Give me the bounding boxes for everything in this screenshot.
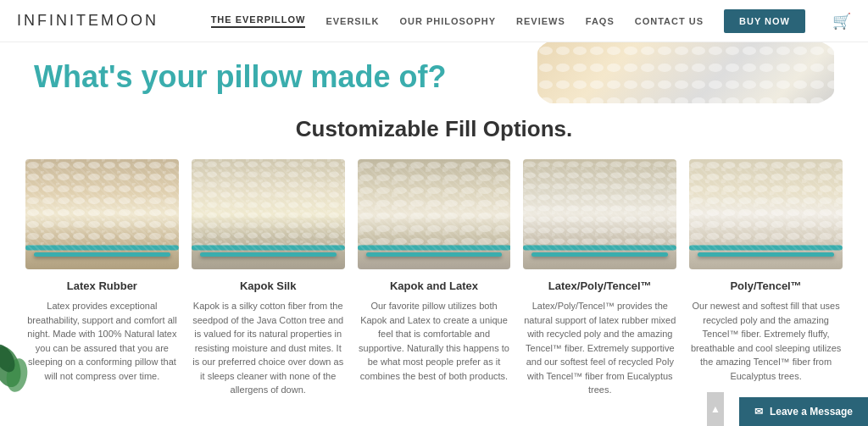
logo: INFINITEMOON bbox=[17, 12, 159, 30]
svg-rect-21 bbox=[689, 245, 843, 250]
nav-faqs[interactable]: FAQS bbox=[586, 16, 615, 26]
nav-eversilk[interactable]: EVERSILK bbox=[326, 16, 379, 26]
fill-title-latex-poly-tencel: Latex/Poly/Tencel™ bbox=[548, 279, 652, 292]
fill-desc-latex-poly-tencel: Latex/Poly/Tencel™ provides the natural … bbox=[523, 299, 676, 397]
plant-svg bbox=[0, 324, 34, 392]
fill-title-latex: Latex Rubber bbox=[67, 279, 137, 292]
svg-rect-13 bbox=[358, 245, 511, 250]
hero-title: What's your pillow made of? bbox=[34, 59, 834, 95]
subtitle-section: Customizable Fill Options. bbox=[0, 103, 868, 159]
fill-image-latex bbox=[25, 159, 179, 269]
nav-contact[interactable]: CONTACT US bbox=[635, 16, 704, 26]
nav-philosophy[interactable]: OUR PHILOSOPHY bbox=[399, 16, 496, 26]
kapok-latex-texture bbox=[358, 159, 511, 269]
fill-desc-kapok-silk: Kapok is a silky cotton fiber from the s… bbox=[192, 299, 345, 397]
fill-item-latex-poly-tencel: Latex/Poly/Tencel™ Latex/Poly/Tencel™ pr… bbox=[523, 159, 676, 397]
nav-everpillow[interactable]: THE EVERPILLOW bbox=[211, 14, 306, 28]
scroll-up-arrow[interactable]: ▲ bbox=[707, 392, 724, 423]
svg-rect-4 bbox=[25, 159, 179, 247]
svg-rect-17 bbox=[523, 245, 676, 250]
buy-now-button[interactable]: BUY NOW bbox=[724, 9, 805, 33]
fill-title-kapok-silk: Kapok Silk bbox=[240, 279, 296, 292]
fill-desc-latex: Latex provides exceptional breathability… bbox=[25, 299, 179, 383]
svg-rect-8 bbox=[192, 159, 345, 247]
fill-image-kapok bbox=[192, 159, 345, 269]
svg-rect-16 bbox=[523, 159, 676, 247]
chat-button[interactable]: ✉ Leave a Message bbox=[739, 397, 868, 423]
plant-decoration bbox=[0, 324, 34, 392]
header: INFINITEMOON THE EVERPILLOW EVERSILK OUR… bbox=[0, 0, 868, 42]
fill-image-poly-tencel bbox=[523, 159, 676, 269]
fill-item-poly-tencel: Poly/Tencel™ Our newest and softest fill… bbox=[689, 159, 843, 397]
svg-rect-9 bbox=[192, 245, 345, 250]
poly-tencel2-texture bbox=[689, 159, 843, 269]
cart-icon[interactable]: 🛒 bbox=[832, 12, 851, 30]
fill-desc-kapok-latex: Our favorite pillow utilizes both Kapok … bbox=[358, 299, 511, 383]
kapok-texture bbox=[192, 159, 345, 269]
subtitle: Customizable Fill Options. bbox=[0, 116, 868, 142]
chat-icon: ✉ bbox=[754, 406, 763, 418]
fill-title-kapok-latex: Kapok and Latex bbox=[390, 279, 478, 292]
hero-section: What's your pillow made of? bbox=[0, 42, 868, 103]
fill-item-kapok-silk: Kapok Silk Kapok is a silky cotton fiber… bbox=[192, 159, 345, 397]
nav: THE EVERPILLOW EVERSILK OUR PHILOSOPHY R… bbox=[211, 9, 851, 33]
nav-reviews[interactable]: REVIEWS bbox=[516, 16, 565, 26]
fill-item-latex: Latex Rubber Latex provides exceptional … bbox=[25, 159, 179, 397]
poly-tencel-texture bbox=[523, 159, 676, 269]
fill-title-poly-tencel: Poly/Tencel™ bbox=[730, 279, 801, 292]
fill-image-kapok-latex bbox=[358, 159, 511, 269]
svg-rect-5 bbox=[25, 245, 179, 250]
fill-item-kapok-latex: Kapok and Latex Our favorite pillow util… bbox=[358, 159, 511, 397]
svg-rect-20 bbox=[689, 159, 843, 247]
latex-texture bbox=[25, 159, 179, 269]
fill-image-poly-tencel2 bbox=[689, 159, 843, 269]
chat-label: Leave a Message bbox=[770, 406, 853, 418]
fill-options-grid: Latex Rubber Latex provides exceptional … bbox=[0, 159, 868, 423]
svg-rect-12 bbox=[358, 159, 511, 247]
fill-desc-poly-tencel: Our newest and softest fill that uses re… bbox=[689, 299, 843, 383]
